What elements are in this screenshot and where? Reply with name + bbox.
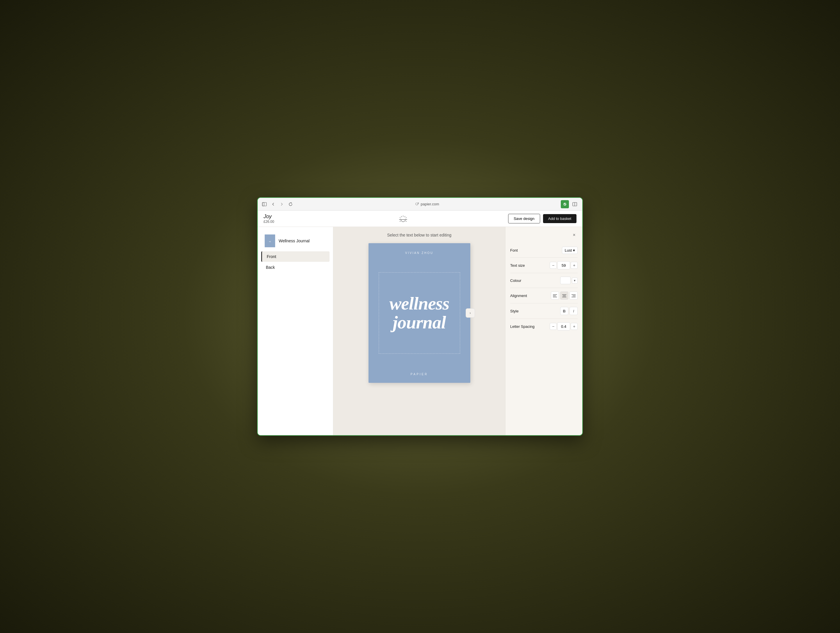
cover-author-text: VIVIAN ZHOU [405,251,433,254]
url-bar[interactable]: papier.com [296,202,559,206]
split-view-btn[interactable] [571,200,579,208]
font-chevron-icon: ▾ [573,248,575,253]
font-value: Lust [565,248,572,253]
browser-window: papier.com Joy £26.00 [257,197,583,436]
sidebar-front-label: Front [267,254,276,259]
size-value: 59 [557,261,570,269]
product-thumbnail: wj [265,234,275,247]
colour-row: Colour ▾ [510,273,578,288]
alignment-label: Alignment [510,294,527,298]
add-to-basket-button[interactable]: Add to basket [543,214,577,223]
product-info: Joy £26.00 [264,213,298,224]
style-label: Style [510,309,519,313]
back-btn[interactable] [270,201,276,207]
refresh-btn[interactable] [287,201,294,207]
letter-spacing-value: 0.4 [557,322,570,330]
svg-text:wj: wj [269,240,271,243]
canvas-area: Select the text below to start editing V… [333,227,505,435]
bold-button[interactable]: B [560,307,568,315]
panel-header: × [510,232,578,238]
canvas-hint: Select the text below to start editing [387,233,452,237]
svg-line-11 [400,217,401,218]
font-label: Font [510,248,518,253]
svg-line-9 [406,221,407,221]
extension-icon[interactable] [561,200,569,208]
svg-line-10 [401,216,402,217]
product-price: £26.00 [264,219,298,224]
svg-line-7 [406,217,407,218]
colour-control: ▾ [560,277,578,284]
save-design-button[interactable]: Save design [508,214,540,223]
svg-line-13 [400,221,401,221]
font-select[interactable]: Lust ▾ [562,247,578,254]
sidebar-product-item[interactable]: wj Wellness Journal [261,232,330,250]
align-group [551,292,578,300]
app-body: wj Wellness Journal Front Back Select th… [258,227,582,435]
font-row: Font Lust ▾ [510,243,578,258]
sidebar-product-label: Wellness Journal [279,238,309,243]
app-header: Joy £26.00 [258,211,582,227]
browser-actions [561,200,579,208]
letter-spacing-decrease-button[interactable]: − [550,323,557,330]
svg-rect-1 [262,202,267,206]
expand-panel-button[interactable]: › [466,308,475,318]
text-size-label: Text size [510,263,525,268]
letter-spacing-row: Letter Spacing − 0.4 + [510,319,578,334]
app-logo [298,213,508,224]
papier-logo-icon [396,213,411,224]
font-control: Lust ▾ [562,247,578,254]
right-panel: × Font Lust ▾ Text size − 59 + [505,227,582,435]
italic-button[interactable]: I [570,307,578,315]
sidebar-page-back[interactable]: Back [261,262,330,273]
app-header-actions: Save design Add to basket [508,214,576,223]
sidebar-page-front[interactable]: Front [261,251,330,262]
sidebar-back-label: Back [266,265,275,270]
sidebar: wj Wellness Journal Front Back [258,227,333,435]
forward-btn[interactable] [279,201,285,207]
canvas-wrapper: VIVIAN ZHOU wellness journal PAPIER › [368,243,471,383]
url-text: papier.com [421,202,439,206]
svg-line-6 [404,216,405,217]
colour-label: Colour [510,278,521,283]
colour-dropdown-button[interactable]: ▾ [572,278,578,284]
align-center-button[interactable] [560,292,568,300]
panel-close-button[interactable]: × [571,232,578,238]
style-group: B I [560,307,578,315]
align-right-button[interactable] [570,292,578,300]
cover-title: wellness journal [390,294,449,332]
letter-spacing-label: Letter Spacing [510,324,535,329]
cover-text-box[interactable]: wellness journal [379,272,460,354]
align-left-button[interactable] [551,292,559,300]
letter-spacing-increase-button[interactable]: + [571,323,578,330]
colour-swatch[interactable] [560,277,571,284]
size-decrease-button[interactable]: − [550,262,557,269]
text-size-row: Text size − 59 + [510,258,578,273]
product-name: Joy [264,213,298,219]
style-row: Style B I [510,303,578,319]
size-control: − 59 + [550,261,578,269]
size-increase-button[interactable]: + [571,262,578,269]
sidebar-toggle-btn[interactable] [261,201,268,207]
letter-spacing-control: − 0.4 + [550,322,578,330]
browser-chrome: papier.com [258,198,582,211]
svg-rect-0 [262,202,264,206]
journal-cover[interactable]: VIVIAN ZHOU wellness journal PAPIER [368,243,471,383]
alignment-row: Alignment [510,288,578,303]
cover-brand-text: PAPIER [411,373,428,376]
